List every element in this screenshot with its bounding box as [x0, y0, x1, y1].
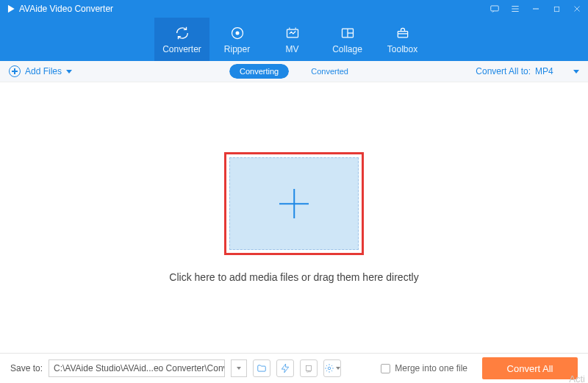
collage-icon [340, 25, 355, 41]
toolbox-icon [395, 25, 410, 41]
settings-button[interactable] [323, 359, 341, 377]
bottom-bar: Save to: C:\AVAide Studio\AVAid...eo Con… [0, 353, 588, 383]
gear-icon [324, 363, 334, 373]
convert-all-to: Convert All to: MP4 [476, 66, 579, 76]
svg-point-12 [289, 27, 290, 29]
chevron-down-icon [336, 367, 340, 370]
mv-icon [285, 25, 300, 41]
play-triangle-icon [6, 4, 16, 14]
chevron-down-icon [237, 367, 241, 370]
nav-mv[interactable]: MV [265, 18, 320, 61]
nav-label: Ripper [224, 44, 250, 54]
add-files-label: Add Files [25, 66, 62, 76]
menu-icon[interactable] [510, 4, 520, 14]
chevron-down-icon [573, 70, 579, 74]
app-logo: AVAide Video Converter [6, 4, 113, 14]
svg-rect-6 [554, 7, 559, 11]
chevron-down-icon [66, 70, 72, 74]
nav-label: MV [286, 44, 299, 54]
convert-all-label: Convert All [507, 363, 553, 374]
top-nav: Converter Ripper MV Collage Toolbox [0, 18, 588, 61]
chip-off-icon: OFF [304, 363, 314, 373]
window-controls [490, 4, 582, 14]
svg-marker-0 [8, 5, 15, 13]
converter-icon [174, 25, 190, 41]
svg-marker-19 [282, 364, 288, 373]
add-files-button[interactable]: Add Files [9, 65, 72, 77]
tab-converted[interactable]: Converted [301, 64, 359, 79]
drop-instruction: Click here to add media files or drag th… [169, 271, 418, 283]
tab-converting[interactable]: Converting [229, 64, 289, 79]
save-path-field[interactable]: C:\AVAide Studio\AVAid...eo Converter\Co… [49, 359, 225, 377]
save-path-dropdown[interactable] [231, 359, 247, 377]
ripper-icon [230, 25, 245, 41]
feedback-icon[interactable] [490, 4, 500, 14]
output-format-value: MP4 [535, 66, 553, 76]
drop-zone[interactable] [229, 157, 359, 250]
nav-label: Converter [162, 44, 201, 54]
svg-rect-17 [398, 31, 407, 37]
speed-button[interactable] [276, 359, 294, 377]
merge-label: Merge into one file [395, 363, 467, 373]
close-button[interactable] [572, 4, 582, 14]
save-to-label: Save to: [10, 363, 43, 373]
nav-collage[interactable]: Collage [320, 18, 375, 61]
plus-circle-icon [9, 65, 21, 77]
svg-point-13 [295, 27, 296, 29]
merge-checkbox[interactable]: Merge into one file [381, 363, 467, 373]
sub-toolbar: Add Files Converting Converted Convert A… [0, 61, 588, 82]
maximize-button[interactable] [551, 4, 562, 14]
nav-converter[interactable]: Converter [154, 18, 209, 61]
drop-highlight-border [224, 152, 364, 255]
nav-label: Toolbox [387, 44, 417, 54]
nav-label: Collage [332, 44, 362, 54]
convert-all-button[interactable]: Convert All [482, 357, 578, 379]
svg-rect-1 [491, 6, 499, 11]
checkbox-icon [381, 364, 390, 373]
minimize-button[interactable] [531, 4, 541, 14]
status-tabs: Converting [229, 64, 289, 79]
plus-icon [279, 189, 309, 218]
titlebar: AVAide Video Converter [0, 0, 588, 18]
save-path-value: C:\AVAide Studio\AVAid...eo Converter\Co… [54, 363, 225, 373]
open-folder-button[interactable] [253, 359, 270, 377]
main-area: Click here to add media files or drag th… [0, 82, 588, 353]
lightning-icon [280, 363, 290, 373]
svg-point-10 [235, 31, 239, 35]
folder-icon [257, 363, 267, 373]
nav-toolbox[interactable]: Toolbox [375, 18, 430, 61]
svg-point-22 [328, 367, 331, 370]
convert-all-to-label: Convert All to: [476, 66, 531, 76]
app-title: AVAide Video Converter [19, 4, 113, 14]
output-format-select[interactable]: MP4 [535, 66, 579, 76]
gpu-button[interactable]: OFF [300, 359, 318, 377]
nav-ripper[interactable]: Ripper [209, 18, 265, 61]
svg-text:OFF: OFF [306, 371, 311, 373]
